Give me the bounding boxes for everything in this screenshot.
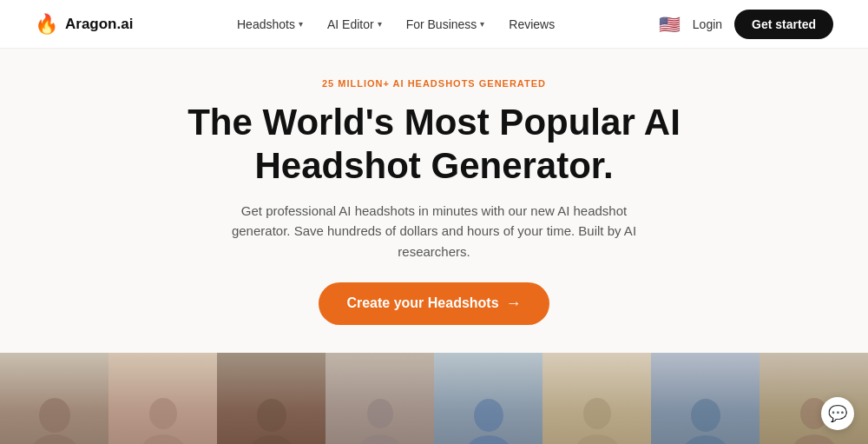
- photo-7: [651, 353, 760, 444]
- photo-item-1: [0, 353, 108, 444]
- chevron-down-icon: ▾: [378, 19, 382, 29]
- flame-icon: 🔥: [35, 13, 58, 36]
- photo-item-6: AI GENERATED: [542, 353, 651, 444]
- svg-point-13: [682, 435, 729, 444]
- hero-subtitle: Get professional AI headshots in minutes…: [226, 201, 642, 262]
- photo-3: [217, 353, 326, 444]
- navbar: 🔥 Aragon.ai Headshots ▾ AI Editor ▾ For …: [0, 0, 868, 49]
- flag-icon: 🇺🇸: [659, 14, 681, 35]
- photo-item-5: AI GENERATED: [434, 353, 542, 444]
- photo-5: [434, 353, 542, 444]
- cta-button[interactable]: Create your Headshots →: [319, 282, 549, 325]
- svg-point-12: [691, 399, 720, 432]
- svg-point-7: [358, 434, 402, 444]
- svg-point-3: [141, 434, 186, 444]
- svg-point-11: [575, 434, 620, 444]
- svg-point-0: [39, 398, 70, 433]
- cta-arrow-icon: →: [506, 295, 522, 313]
- login-button[interactable]: Login: [693, 17, 722, 31]
- svg-point-9: [465, 435, 512, 444]
- svg-point-1: [30, 434, 79, 444]
- svg-point-2: [149, 398, 177, 429]
- photos-strip: AI GENERATED AI GENERATED AI GENERATED A…: [0, 353, 868, 444]
- photo-item-2: [108, 353, 217, 444]
- photo-item-3: [217, 353, 326, 444]
- photo-6: [542, 353, 651, 444]
- get-started-button[interactable]: Get started: [734, 10, 833, 39]
- svg-point-8: [474, 399, 503, 432]
- chat-widget[interactable]: 💬: [821, 397, 854, 430]
- chat-icon: 💬: [828, 404, 847, 423]
- photo-2: [108, 353, 217, 444]
- chevron-down-icon: ▾: [299, 19, 303, 29]
- nav-item-ai-editor[interactable]: AI Editor ▾: [327, 17, 382, 31]
- photo-8: [760, 353, 868, 444]
- hero-title: The World's Most Popular AI Headshot Gen…: [17, 101, 851, 187]
- svg-point-10: [583, 398, 611, 429]
- nav-right: 🇺🇸 Login Get started: [659, 10, 833, 39]
- svg-point-5: [248, 435, 295, 444]
- svg-point-4: [257, 399, 286, 432]
- cta-label: Create your Headshots: [346, 295, 498, 311]
- photo-item-4: [326, 353, 434, 444]
- nav-item-for-business[interactable]: For Business ▾: [406, 17, 485, 31]
- photo-item-8: AI GENERATED: [760, 353, 868, 444]
- photo-4: [326, 353, 434, 444]
- nav-item-reviews[interactable]: Reviews: [509, 17, 555, 31]
- chevron-down-icon: ▾: [480, 19, 484, 29]
- hero-badge: 25 MILLION+ AI HEADSHOTS GENERATED: [322, 78, 546, 89]
- svg-point-15: [792, 434, 837, 444]
- hero-section: 25 MILLION+ AI HEADSHOTS GENERATED The W…: [0, 49, 868, 341]
- nav-links: Headshots ▾ AI Editor ▾ For Business ▾ R…: [237, 17, 555, 31]
- nav-item-headshots[interactable]: Headshots ▾: [237, 17, 303, 31]
- photo-1: [0, 353, 108, 444]
- photo-item-7: AI GENERATED: [651, 353, 760, 444]
- logo-text: Aragon.ai: [65, 16, 133, 33]
- svg-point-6: [367, 399, 393, 428]
- logo[interactable]: 🔥 Aragon.ai: [35, 13, 133, 36]
